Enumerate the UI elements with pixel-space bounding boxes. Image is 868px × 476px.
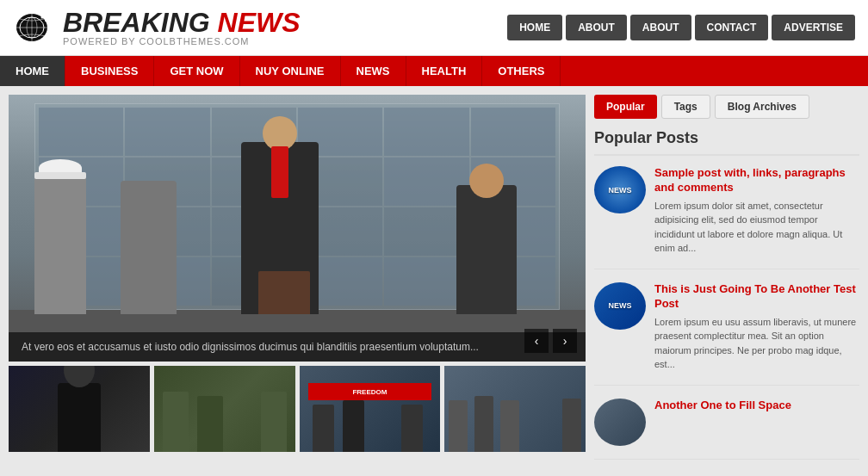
thumb-item-2[interactable]	[154, 366, 295, 452]
sidebar-section-title: Popular Posts	[594, 129, 859, 156]
svg-point-7	[43, 14, 45, 15]
thumb-row: FREEDOM	[9, 366, 586, 452]
nav-item-health[interactable]: HEALTH	[406, 56, 483, 86]
post-content-2: Another One to Fill Space	[654, 399, 859, 446]
nav-item-nuy-online[interactable]: NUY ONLINE	[240, 56, 341, 86]
logo-powered: POWERED BY COOLBTHEMES.COM	[63, 36, 301, 46]
post-item-0: NEWS Sample post with, links, paragraphs…	[594, 166, 859, 269]
post-content-1: This is Just Going To Be Another Test Po…	[654, 282, 859, 372]
logo-title: BREAKING NEWS	[63, 9, 301, 36]
post-excerpt-0: Lorem ipsum dolor sit amet, consectetur …	[654, 199, 859, 256]
thumb-item-1[interactable]	[9, 366, 150, 452]
tab-bar: PopularTagsBlog Archives	[594, 95, 859, 119]
nav-item-others[interactable]: OTHERS	[482, 56, 561, 86]
post-item-1: NEWS This is Just Going To Be Another Te…	[594, 282, 859, 386]
tab-btn-tags[interactable]: Tags	[661, 95, 710, 119]
post-thumb-img-2	[594, 399, 646, 446]
post-thumb-img-0: NEWS	[594, 166, 646, 213]
logo-area: BREAKING NEWS POWERED BY COOLBTHEMES.COM	[13, 9, 301, 46]
post-thumb-0: NEWS	[594, 166, 646, 213]
thumb-item-4[interactable]	[444, 366, 586, 452]
post-thumb-img-1: NEWS	[594, 282, 646, 330]
world-icon	[13, 10, 56, 45]
logo-news: NEWS	[218, 7, 301, 38]
main-nav: HOMEBUSINESSGET NOWNUY ONLINENEWSHEALTHO…	[0, 56, 868, 86]
logo-text-area: BREAKING NEWS POWERED BY COOLBTHEMES.COM	[63, 9, 301, 46]
main-area: At vero eos et accusamus et iusto odio d…	[9, 95, 586, 473]
hero-caption: At vero eos et accusamus et iusto odio d…	[9, 332, 586, 362]
hero-caption-text: At vero eos et accusamus et iusto odio d…	[22, 341, 479, 353]
svg-point-5	[41, 16, 44, 19]
nav-item-business[interactable]: BUSINESS	[65, 56, 154, 86]
post-title-link-2[interactable]: Another One to Fill Space	[654, 399, 859, 413]
post-title-link-1[interactable]: This is Just Going To Be Another Test Po…	[654, 282, 859, 312]
post-title-link-0[interactable]: Sample post with, links, paragraphs and …	[654, 166, 859, 195]
post-thumb-2	[594, 399, 646, 446]
post-item-2: Another One to Fill Space	[594, 399, 859, 460]
nav-item-get-now[interactable]: GET NOW	[154, 56, 239, 86]
nav-item-home[interactable]: HOME	[0, 56, 65, 86]
hero-nav: ‹ ›	[524, 329, 577, 353]
hero-image	[9, 95, 586, 362]
top-nav-btn-home[interactable]: HOME	[507, 15, 562, 40]
tab-btn-blog-archives[interactable]: Blog Archives	[715, 95, 809, 119]
top-nav: HOMEABOUTABOUTCONTACTADVERTISE	[507, 15, 855, 40]
svg-point-6	[45, 20, 46, 22]
posts-list: NEWS Sample post with, links, paragraphs…	[594, 166, 859, 460]
post-content-0: Sample post with, links, paragraphs and …	[654, 166, 859, 256]
thumb-item-3[interactable]: FREEDOM	[300, 366, 441, 452]
post-excerpt-1: Lorem ipsum eu usu assum liberavis, ut m…	[654, 315, 859, 372]
top-nav-btn-advertise[interactable]: ADVERTISE	[772, 15, 855, 40]
post-thumb-1: NEWS	[594, 282, 646, 330]
nav-item-news[interactable]: NEWS	[341, 56, 406, 86]
top-nav-btn-contact[interactable]: CONTACT	[695, 15, 769, 40]
content-wrapper: At vero eos et accusamus et iusto odio d…	[0, 86, 868, 476]
hero-slider: At vero eos et accusamus et iusto odio d…	[9, 95, 586, 362]
hero-next-btn[interactable]: ›	[553, 329, 577, 353]
hero-prev-btn[interactable]: ‹	[524, 329, 549, 353]
top-nav-btn-about[interactable]: ABOUT	[630, 15, 691, 40]
header: BREAKING NEWS POWERED BY COOLBTHEMES.COM…	[0, 0, 868, 56]
logo-breaking: BREAKING	[63, 7, 210, 38]
tab-btn-popular[interactable]: Popular	[594, 95, 657, 119]
top-nav-btn-about[interactable]: ABOUT	[566, 15, 627, 40]
sidebar: PopularTagsBlog Archives Popular Posts N…	[586, 95, 859, 473]
